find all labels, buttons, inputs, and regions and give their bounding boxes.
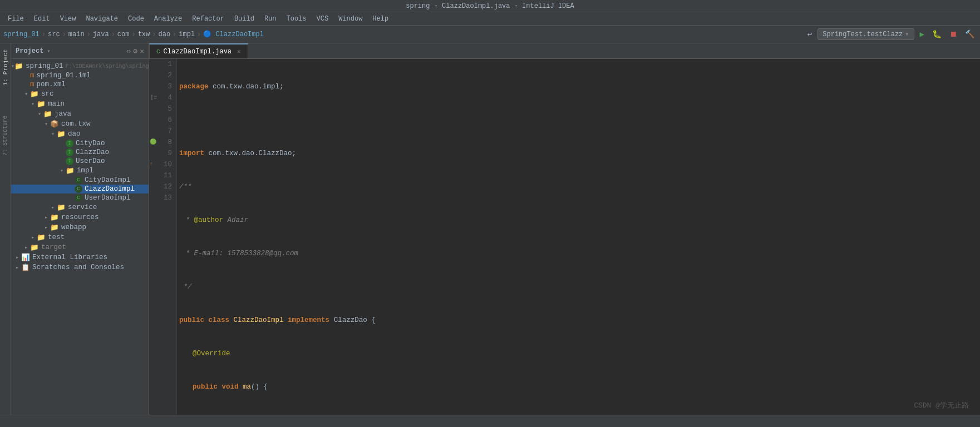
menu-navigate[interactable]: Navigate: [81, 14, 122, 24]
path-hint: F:\IDEAWork\spring\spring_...: [66, 63, 149, 69]
toolbar: spring_01 › src › main › java › com › tx…: [0, 26, 980, 43]
breadcrumb-part[interactable]: com: [117, 31, 130, 38]
tree-label: Scratches and Consoles: [32, 264, 124, 271]
folder-icon: 📁: [50, 223, 59, 232]
tree-item-scratches[interactable]: ▸ 📋 Scratches and Consoles: [11, 262, 149, 272]
fold-marker[interactable]: |≡: [150, 92, 157, 103]
breadcrumb-part[interactable]: impl: [179, 31, 195, 38]
stop-icon[interactable]: ⏹: [947, 29, 959, 40]
tree-item-clazzdao[interactable]: I ClazzDao: [11, 148, 149, 157]
watermark: CSDN @学无止路: [914, 400, 969, 410]
menu-run[interactable]: Run: [260, 14, 281, 24]
tree-item-com-txw[interactable]: ▾ 📦 com.txw: [11, 119, 149, 129]
menu-edit[interactable]: Edit: [29, 14, 55, 24]
line-num-9: 9: [149, 148, 176, 159]
tree-label: pom.xml: [37, 81, 66, 88]
tree-item-citydao[interactable]: I CityDao: [11, 139, 149, 148]
tree-item-java[interactable]: ▾ 📁 java: [11, 109, 149, 119]
chevron-down-icon: ▾: [905, 30, 909, 38]
tree-item-main[interactable]: ▾ 📁 main: [11, 99, 149, 109]
code-editor[interactable]: 1 2 3 4 |≡ 5 6 7 8 🟢 9 10 ↑ 1: [149, 59, 980, 415]
tree-item-spring01[interactable]: ▾ 📁 spring_01 F:\IDEAWork\spring\spring_…: [11, 61, 149, 71]
tree-item-clazzdaoimpl[interactable]: C ClazzDaoImpl: [11, 185, 149, 193]
menu-window[interactable]: Window: [334, 14, 367, 24]
tree-item-pom[interactable]: m pom.xml: [11, 80, 149, 89]
package-icon: 📦: [50, 120, 59, 128]
code-content[interactable]: package com.txw.dao.impl; import com.txw…: [177, 59, 980, 415]
menu-analyze[interactable]: Analyze: [150, 14, 186, 24]
sidebar-horizontal-split-icon[interactable]: ⇔: [127, 47, 131, 56]
sidebar-title: Project: [16, 47, 43, 55]
tree-label: impl: [77, 167, 93, 175]
line-num-7: 7: [149, 126, 176, 137]
breadcrumb-part[interactable]: spring_01: [3, 31, 40, 38]
close-icon[interactable]: ✕: [140, 47, 144, 56]
code-line-9: @Override: [179, 348, 980, 359]
tree-label: spring_01: [26, 62, 63, 70]
folder-icon: 📁: [50, 213, 59, 222]
main-area: 1: Project 7: Structure Project ▾ ⇔ ⚙ ✕ …: [0, 43, 980, 415]
tree-item-service[interactable]: ▸ 📁 service: [11, 202, 149, 212]
structure-tab[interactable]: 7: Structure: [1, 112, 9, 159]
tab-clazzdaoimpl[interactable]: C ClazzDaoImpl.java ✕: [149, 43, 248, 58]
breadcrumb-part[interactable]: main: [68, 31, 85, 38]
tree-item-impl[interactable]: ▾ 📁 impl: [11, 166, 149, 176]
scratches-icon: 📋: [21, 263, 30, 272]
menu-refactor[interactable]: Refactor: [188, 14, 229, 24]
tree-item-dao[interactable]: ▾ 📁 dao: [11, 129, 149, 139]
breadcrumb-part[interactable]: 🔵 ClazzDaoImpl: [203, 30, 264, 38]
tree-item-test[interactable]: ▸ 📁 test: [11, 232, 149, 242]
tree-label: ClazzDaoImpl: [85, 185, 135, 193]
run-config-selector[interactable]: SpringTest.testClazz ▾: [818, 28, 914, 40]
tree-label: UserDaoImpl: [85, 194, 131, 202]
breadcrumb-part[interactable]: dao: [158, 31, 170, 38]
project-tree[interactable]: ▾ 📁 spring_01 F:\IDEAWork\spring\spring_…: [11, 59, 149, 415]
breadcrumb-part[interactable]: src: [48, 31, 60, 38]
run-icon[interactable]: ▶: [918, 28, 927, 40]
title-bar: spring - ClazzDaoImpl.java - IntelliJ ID…: [0, 0, 980, 12]
breadcrumb-part[interactable]: java: [93, 31, 109, 38]
tree-label: target: [41, 244, 66, 251]
menu-help[interactable]: Help: [368, 14, 393, 24]
project-tab[interactable]: 1: Project: [1, 46, 10, 89]
tree-label: java: [55, 110, 71, 118]
close-tab-icon[interactable]: ✕: [237, 48, 241, 55]
line-num-13: 13: [149, 192, 176, 203]
menu-code[interactable]: Code: [124, 14, 149, 24]
line-num-1: 1: [149, 59, 176, 70]
editor-area: C ClazzDaoImpl.java ✕ 1 2 3 4 |≡ 5 6 7 8: [149, 43, 980, 415]
build-icon[interactable]: 🔨: [963, 28, 977, 40]
library-icon: 📊: [21, 253, 30, 262]
tree-label: External Libraries: [32, 254, 107, 261]
code-line-3: import com.txw.dao.ClazzDao;: [179, 148, 980, 159]
tree-item-src[interactable]: ▾ 📁 src: [11, 89, 149, 99]
tree-item-iml[interactable]: m spring_01.iml: [11, 71, 149, 80]
tree-label: CityDao: [76, 140, 105, 147]
src-icon: 📁: [30, 90, 39, 98]
menu-build[interactable]: Build: [230, 14, 259, 24]
tree-item-userdao[interactable]: I UserDao: [11, 157, 149, 166]
tree-label: src: [41, 90, 54, 98]
gear-icon[interactable]: ⚙: [133, 47, 137, 56]
undo-icon[interactable]: ↩: [805, 28, 814, 40]
menu-vcs[interactable]: VCS: [312, 14, 333, 24]
tree-label: spring_01.iml: [37, 72, 91, 80]
xml-icon: m: [30, 81, 35, 88]
folder-icon: 📁: [57, 130, 66, 138]
breadcrumb-part[interactable]: txw: [138, 31, 150, 38]
tree-item-webapp[interactable]: ▸ 📁 webapp: [11, 222, 149, 232]
menu-view[interactable]: View: [56, 14, 81, 24]
code-line-4: /**: [179, 181, 980, 192]
debug-icon[interactable]: 🐛: [930, 28, 944, 40]
tree-item-target[interactable]: ▸ 📁 target: [11, 242, 149, 252]
menu-file[interactable]: File: [3, 14, 28, 24]
tree-item-userdaoimpl[interactable]: C UserDaoImpl: [11, 193, 149, 202]
tree-item-ext-libs[interactable]: ▸ 📊 External Libraries: [11, 252, 149, 262]
menu-tools[interactable]: Tools: [282, 14, 311, 24]
code-line-1: package com.txw.dao.impl;: [179, 81, 980, 92]
class-icon: C: [75, 176, 82, 184]
tab-label: ClazzDaoImpl.java: [164, 48, 232, 56]
tree-item-resources[interactable]: ▸ 📁 resources: [11, 212, 149, 222]
tree-item-citydaoimpl[interactable]: C CityDaoImpl: [11, 176, 149, 185]
line-num-5: 5: [149, 103, 176, 115]
